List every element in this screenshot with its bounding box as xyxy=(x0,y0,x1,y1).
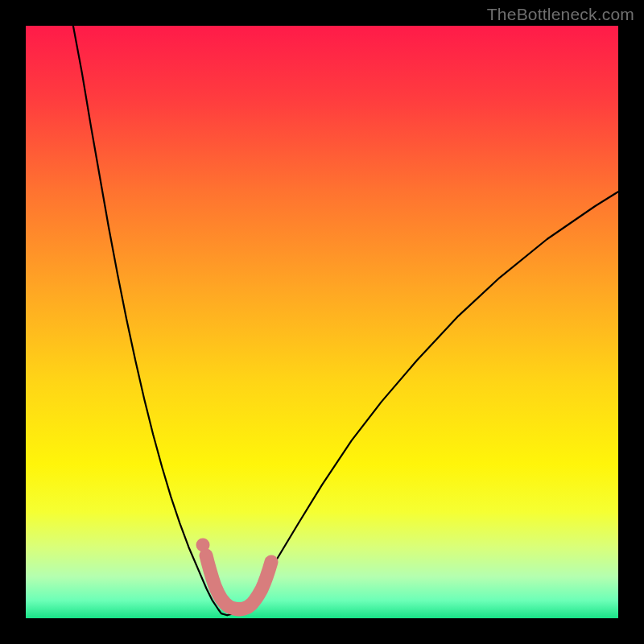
watermark-text: TheBottleneck.com xyxy=(487,5,634,24)
plot-area xyxy=(26,26,618,618)
gradient-background xyxy=(26,26,618,618)
chart-svg xyxy=(26,26,618,618)
chart-frame: TheBottleneck.com xyxy=(0,0,644,644)
